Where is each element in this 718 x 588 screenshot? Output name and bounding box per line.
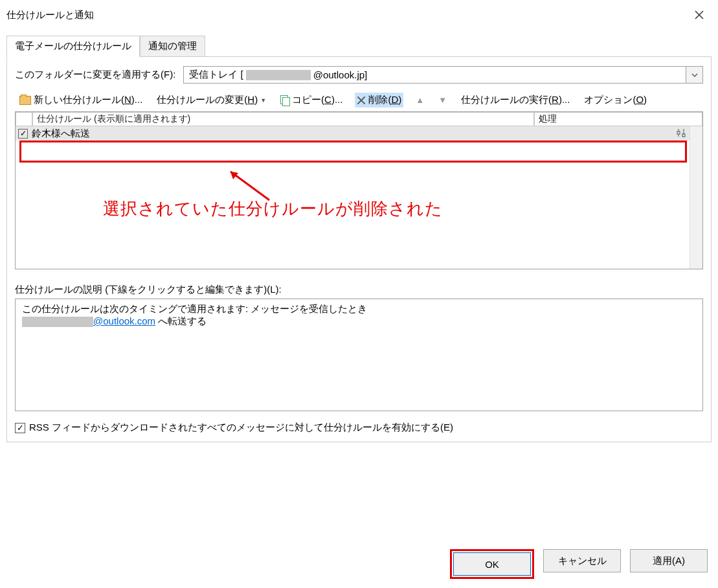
options-button[interactable]: オプション(O) xyxy=(582,93,649,107)
change-rule-button[interactable]: 仕分けルールの変更(H) ▼ xyxy=(155,93,268,107)
header-rule-name[interactable]: 仕分けルール (表示順に適用されます) xyxy=(32,112,534,126)
folder-text: 受信トレイ [@outlook.jp] xyxy=(184,67,686,83)
header-checkbox-col xyxy=(16,112,32,126)
dialog-buttons: OK キャンセル 適用(A) xyxy=(450,549,708,579)
annotation-arrow xyxy=(223,166,275,205)
ok-button[interactable]: OK xyxy=(453,552,531,576)
rule-checkbox[interactable]: ✓ xyxy=(18,129,28,139)
rule-row-selected[interactable]: ✓ 鈴木様へ転送 xyxy=(16,126,690,141)
tab-manage-alerts[interactable]: 通知の管理 xyxy=(140,36,205,56)
tab-container: 電子メールの仕分けルール 通知の管理 このフォルダーに変更を適用する(F): 受… xyxy=(0,28,718,442)
toolbar: 新しい仕分けルール(N)... 仕分けルールの変更(H) ▼ コピー(C)...… xyxy=(15,93,703,107)
rss-checkbox-label: RSS フィードからダウンロードされたすべてのメッセージに対して仕分けルールを有… xyxy=(29,422,453,434)
header-action[interactable]: 処理 xyxy=(534,112,702,126)
redacted-account xyxy=(246,70,311,80)
run-rules-button[interactable]: 仕分けルールの実行(R)... xyxy=(459,93,572,107)
copy-icon xyxy=(280,95,289,106)
new-rule-button[interactable]: 新しい仕分けルール(N)... xyxy=(17,93,144,107)
apply-button[interactable]: 適用(A) xyxy=(630,549,708,572)
rss-checkbox-row[interactable]: ✓ RSS フィードからダウンロードされたすべてのメッセージに対して仕分けルール… xyxy=(15,422,703,434)
description-line-1: この仕分けルールは次のタイミングで適用されます: メッセージを受信したとき xyxy=(22,303,696,315)
redacted-email-user xyxy=(22,317,93,327)
description-line-2-tail: へ転送する xyxy=(155,315,207,326)
chevron-down-icon[interactable] xyxy=(686,67,702,83)
description-label: 仕分けルールの説明 (下線をクリックすると編集できます)(L): xyxy=(15,284,703,296)
window-title: 仕分けルールと通知 xyxy=(6,9,94,21)
delete-icon xyxy=(357,96,366,105)
rules-list-header: 仕分けルール (表示順に適用されます) 処理 xyxy=(16,112,702,126)
tabs: 電子メールの仕分けルール 通知の管理 xyxy=(6,35,712,57)
titlebar: 仕分けルールと通知 xyxy=(0,0,718,28)
move-up-icon[interactable]: ▲ xyxy=(414,95,426,105)
description-forward-link[interactable]: @outlook.com xyxy=(93,315,155,326)
folder-text-suffix: @outlook.jp] xyxy=(313,69,368,80)
folder-select[interactable]: 受信トレイ [@outlook.jp] xyxy=(183,66,703,84)
rules-list: 仕分けルール (表示順に適用されます) 処理 ✓ 鈴木様へ転送 xyxy=(15,111,703,269)
panel-email-rules: このフォルダーに変更を適用する(F): 受信トレイ [@outlook.jp] … xyxy=(6,57,712,442)
rss-checkbox[interactable]: ✓ xyxy=(15,423,25,433)
description-box: この仕分けルールは次のタイミングで適用されます: メッセージを受信したとき @o… xyxy=(15,299,703,411)
delete-rule-button[interactable]: 削除(D) xyxy=(355,93,403,107)
cancel-button[interactable]: キャンセル xyxy=(543,549,621,572)
description-line-2: @outlook.com へ転送する xyxy=(22,315,696,328)
rule-name: 鈴木様へ転送 xyxy=(32,128,90,140)
tab-email-rules[interactable]: 電子メールの仕分けルール xyxy=(6,36,140,57)
annotation-highlight-box xyxy=(19,141,687,163)
annotation-text: 選択されていた仕分けルールが削除された xyxy=(103,198,443,220)
folder-text-prefix: 受信トレイ [ xyxy=(189,69,243,81)
scrollbar[interactable] xyxy=(690,126,702,269)
dropdown-icon: ▼ xyxy=(260,97,266,104)
annotation-ok-highlight: OK xyxy=(450,549,534,579)
rule-settings-icon xyxy=(676,128,688,140)
folder-label: このフォルダーに変更を適用する(F): xyxy=(15,69,175,81)
copy-rule-button[interactable]: コピー(C)... xyxy=(278,93,344,107)
rules-list-body[interactable]: ✓ 鈴木様へ転送 選択されていた仕分けルールが削除された xyxy=(16,126,702,269)
move-down-icon[interactable]: ▼ xyxy=(436,95,449,105)
folder-row: このフォルダーに変更を適用する(F): 受信トレイ [@outlook.jp] xyxy=(15,66,703,84)
svg-marker-1 xyxy=(230,172,238,179)
close-icon[interactable] xyxy=(690,5,709,25)
svg-line-0 xyxy=(230,172,269,200)
folder-icon xyxy=(19,96,31,105)
